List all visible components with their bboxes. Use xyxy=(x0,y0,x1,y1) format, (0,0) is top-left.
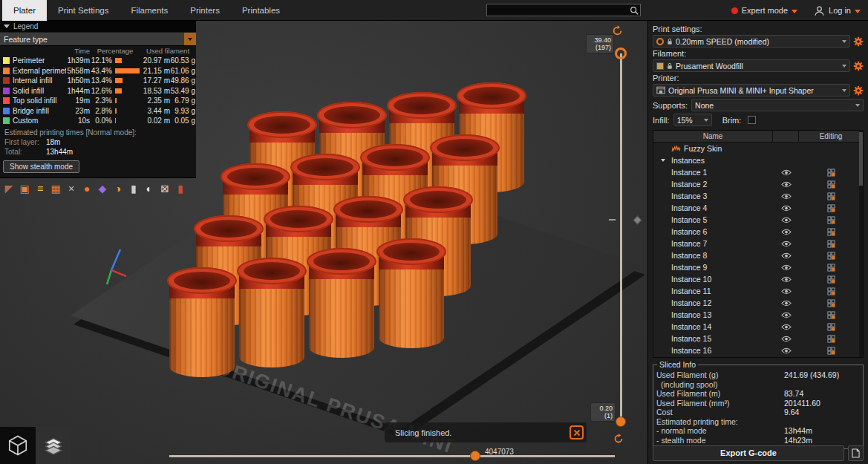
paint-icon[interactable]: ◤ xyxy=(1,181,16,196)
printer-dropdown[interactable]: Original Prusa MINI & MINI+ Input Shaper xyxy=(653,84,850,97)
pin-icon[interactable]: ▮ xyxy=(173,181,188,196)
instance-edit-icon[interactable] xyxy=(827,311,835,319)
eye-icon[interactable] xyxy=(781,264,792,271)
search-input[interactable] xyxy=(487,4,630,16)
print-settings-gear-icon[interactable] xyxy=(853,36,864,47)
time-icon[interactable]: ◑ xyxy=(111,181,125,196)
eye-icon[interactable] xyxy=(781,312,792,318)
instance-edit-icon[interactable] xyxy=(827,216,835,224)
editor-view-button[interactable] xyxy=(0,427,36,464)
filament-gear-icon[interactable] xyxy=(853,61,864,71)
model-instance-cup[interactable] xyxy=(376,238,446,350)
instance-edit-icon[interactable] xyxy=(827,192,835,200)
login-button[interactable]: Log in xyxy=(814,5,861,16)
object-row-instance-8[interactable]: Instance 8 xyxy=(653,249,863,261)
object-row-instance-15[interactable]: Instance 15 xyxy=(653,333,863,344)
tools-icon[interactable]: × xyxy=(64,181,79,196)
supports-dropdown[interactable]: None xyxy=(691,99,864,111)
move-slider-handle[interactable] xyxy=(470,451,480,461)
eye-icon[interactable] xyxy=(781,229,792,235)
object-row-instance-2[interactable]: Instance 2 xyxy=(653,178,863,190)
model-instance-cup[interactable] xyxy=(237,258,307,369)
eye-icon[interactable] xyxy=(781,205,792,212)
scrollbar-thumb[interactable] xyxy=(859,132,863,186)
layer-slider-top-handle[interactable] xyxy=(615,48,627,59)
eye-icon[interactable] xyxy=(781,336,792,342)
view-type-dropdown[interactable]: Feature type xyxy=(0,32,196,46)
instance-edit-icon[interactable] xyxy=(827,335,835,343)
object-row-instance-4[interactable]: Instance 4 xyxy=(653,202,863,214)
tab-filaments[interactable]: Filaments xyxy=(120,0,179,21)
seam-icon[interactable]: ▮ xyxy=(126,181,141,196)
move-slider-track[interactable] xyxy=(169,455,615,457)
eye-icon[interactable] xyxy=(781,288,792,295)
infill-icon[interactable]: ▦ xyxy=(48,181,63,196)
flow-icon[interactable]: ● xyxy=(79,181,94,196)
preview-view-button[interactable] xyxy=(36,427,71,464)
sphere-icon[interactable]: ◐ xyxy=(142,181,157,196)
object-row-instance-9[interactable]: Instance 9 xyxy=(653,261,863,273)
object-row-instance-5[interactable]: Instance 5 xyxy=(653,214,863,226)
brim-checkbox[interactable] xyxy=(748,116,756,124)
instance-edit-icon[interactable] xyxy=(827,347,835,355)
instance-edit-icon[interactable] xyxy=(827,180,835,189)
layer-slider-track[interactable] xyxy=(620,53,622,422)
expert-mode-selector[interactable]: Expert mode xyxy=(731,6,797,15)
instance-edit-icon[interactable] xyxy=(827,228,835,236)
printer-gear-icon[interactable] xyxy=(853,85,864,96)
object-row-instance-10[interactable]: Instance 10 xyxy=(653,273,863,285)
box-icon[interactable]: ▣ xyxy=(17,181,32,196)
object-row-instance-13[interactable]: Instance 13 xyxy=(653,309,863,321)
infill-dropdown[interactable]: 15% xyxy=(673,114,712,126)
model-instance-cup[interactable] xyxy=(167,267,237,379)
object-row-instance-3[interactable]: Instance 3 xyxy=(653,190,863,202)
object-row-instance-6[interactable]: Instance 6 xyxy=(653,226,863,238)
object-row-instance-7[interactable]: Instance 7 xyxy=(653,238,863,249)
object-row-instances-group[interactable]: Instances xyxy=(653,154,863,166)
tab-printers[interactable]: Printers xyxy=(179,0,231,21)
instance-edit-icon[interactable] xyxy=(827,323,835,331)
model-instance-cup[interactable] xyxy=(307,248,376,359)
one-layer-mode-handle[interactable] xyxy=(633,215,642,225)
tab-plater[interactable]: Plater xyxy=(2,0,47,21)
instance-edit-icon[interactable] xyxy=(827,299,835,307)
eye-icon[interactable] xyxy=(781,193,792,200)
object-row-instance-11[interactable]: Instance 11 xyxy=(653,285,863,297)
export-gcode-button[interactable]: Export G-code xyxy=(653,445,844,461)
eye-icon[interactable] xyxy=(781,217,792,223)
object-row-instance-1[interactable]: Instance 1 xyxy=(653,166,863,178)
instance-edit-icon[interactable] xyxy=(827,240,835,248)
object-list-scrollbar[interactable] xyxy=(859,131,863,357)
instance-edit-icon[interactable] xyxy=(827,204,835,212)
eye-icon[interactable] xyxy=(781,300,792,307)
delete-box-icon[interactable]: ⊠ xyxy=(157,181,172,196)
eye-icon[interactable] xyxy=(781,252,792,259)
eye-icon[interactable] xyxy=(781,347,792,354)
eye-icon[interactable] xyxy=(781,276,792,283)
instance-edit-icon[interactable] xyxy=(827,252,835,260)
instance-edit-icon[interactable] xyxy=(827,275,835,284)
export-options-button[interactable] xyxy=(848,445,864,461)
eye-icon[interactable] xyxy=(781,169,792,176)
dropdown-button[interactable] xyxy=(184,33,196,45)
object-row-instance-14[interactable]: Instance 14 xyxy=(653,321,863,333)
eye-icon[interactable] xyxy=(781,324,792,330)
object-row-instance-16[interactable]: Instance 16 xyxy=(653,344,863,356)
eye-icon[interactable] xyxy=(781,181,792,188)
legend-header[interactable]: Legend xyxy=(0,21,196,32)
eye-icon[interactable] xyxy=(781,241,792,247)
revert-icon[interactable] xyxy=(613,434,624,444)
filament-dropdown[interactable]: Prusament Woodfill xyxy=(653,59,850,72)
object-row-fuzzy-skin[interactable]: Fuzzy Skin xyxy=(653,143,863,154)
show-stealth-mode-button[interactable]: Show stealth mode xyxy=(3,160,79,173)
search-box[interactable] xyxy=(486,4,641,16)
layer-slider-bottom-handle[interactable] xyxy=(616,416,626,427)
print-settings-dropdown[interactable]: 0.20mm SPEED (modified) xyxy=(653,35,850,48)
layers-icon[interactable]: ≡ xyxy=(33,181,48,196)
collapse-icon[interactable] xyxy=(661,159,665,162)
instance-edit-icon[interactable] xyxy=(827,264,835,272)
tab-printables[interactable]: Printables xyxy=(231,0,291,21)
instance-edit-icon[interactable] xyxy=(827,287,835,295)
object-row-instance-12[interactable]: Instance 12 xyxy=(653,297,863,309)
instance-edit-icon[interactable] xyxy=(827,169,835,177)
